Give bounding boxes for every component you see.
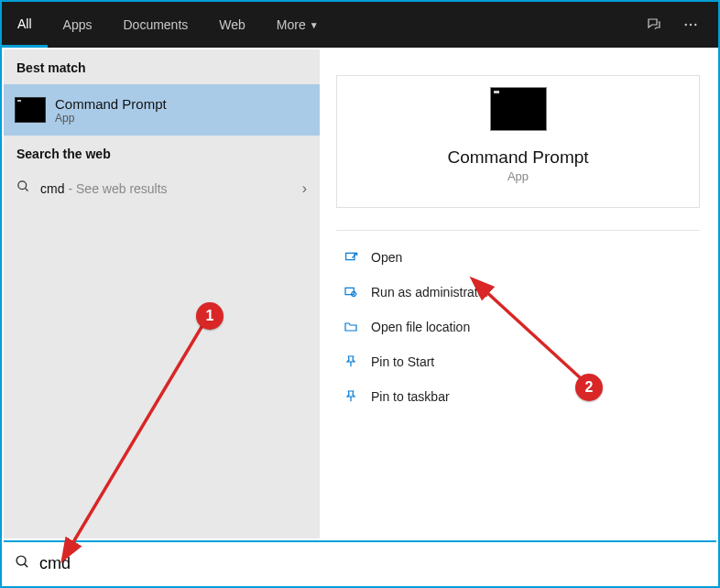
preview-title: Command Prompt — [447, 147, 588, 168]
more-options-icon[interactable] — [672, 6, 709, 43]
tab-more[interactable]: More ▼ — [261, 2, 334, 48]
feedback-icon[interactable] — [636, 6, 672, 43]
tab-more-label: More — [277, 17, 306, 32]
action-open-label: Open — [371, 250, 402, 265]
preview-subtitle: App — [507, 169, 529, 183]
filter-tabs: All Apps Documents Web More ▼ — [2, 2, 334, 48]
body: Best match Command Prompt App Search the… — [4, 49, 716, 539]
svg-rect-6 — [345, 288, 354, 294]
best-match-title: Command Prompt — [55, 96, 167, 112]
best-match-subtitle: App — [55, 112, 167, 125]
top-filter-bar: All Apps Documents Web More ▼ — [2, 2, 718, 48]
search-web-heading: Search the web — [4, 136, 320, 170]
tab-apps[interactable]: Apps — [48, 2, 108, 48]
cmd-icon — [490, 87, 547, 131]
search-bar[interactable] — [4, 540, 716, 584]
best-match-texts: Command Prompt App — [55, 96, 167, 125]
topbar-right — [636, 2, 718, 48]
svg-point-9 — [16, 556, 26, 565]
windows-search-panel: All Apps Documents Web More ▼ Best match — [0, 0, 720, 588]
pin-icon — [342, 353, 360, 371]
action-pin-start-label: Pin to Start — [371, 354, 434, 369]
folder-icon — [342, 318, 360, 336]
divider — [336, 230, 700, 231]
actions-list: Open Run as administrator Open file loca… — [320, 236, 716, 418]
open-icon — [342, 248, 360, 267]
action-open[interactable]: Open — [336, 240, 700, 275]
results-pane: Best match Command Prompt App Search the… — [4, 49, 320, 539]
preview-pane: Command Prompt App Open Run as administr… — [320, 49, 716, 539]
cmd-icon — [15, 97, 46, 123]
best-match-heading: Best match — [4, 49, 320, 84]
web-result-item[interactable]: cmd - See web results › — [4, 170, 320, 206]
svg-line-4 — [25, 188, 27, 191]
pin-icon — [342, 387, 360, 406]
web-result-hint: - See web results — [68, 181, 167, 196]
search-icon — [16, 180, 31, 197]
action-run-admin-label: Run as administrator — [371, 285, 489, 299]
search-input[interactable] — [39, 554, 705, 573]
action-open-loc-label: Open file location — [371, 320, 470, 334]
svg-line-10 — [25, 563, 28, 567]
svg-point-2 — [694, 24, 696, 26]
preview-card: Command Prompt App — [336, 75, 700, 208]
action-pin-to-taskbar[interactable]: Pin to taskbar — [336, 379, 700, 414]
svg-point-0 — [685, 24, 687, 26]
preview-header: Command Prompt App — [337, 76, 699, 183]
chevron-right-icon: › — [302, 180, 307, 197]
tab-all[interactable]: All — [2, 2, 48, 48]
action-open-file-location[interactable]: Open file location — [336, 310, 700, 344]
svg-point-1 — [690, 24, 692, 26]
tab-documents[interactable]: Documents — [107, 2, 203, 48]
chevron-down-icon: ▼ — [310, 20, 319, 30]
search-icon — [15, 554, 30, 573]
svg-point-3 — [18, 181, 27, 190]
web-result-term: cmd — [40, 181, 64, 196]
action-pin-to-start[interactable]: Pin to Start — [336, 344, 700, 379]
admin-icon — [342, 283, 360, 301]
tab-web[interactable]: Web — [203, 2, 261, 48]
best-match-item[interactable]: Command Prompt App — [4, 84, 320, 136]
action-run-as-administrator[interactable]: Run as administrator — [336, 275, 700, 310]
action-pin-taskbar-label: Pin to taskbar — [371, 389, 450, 404]
